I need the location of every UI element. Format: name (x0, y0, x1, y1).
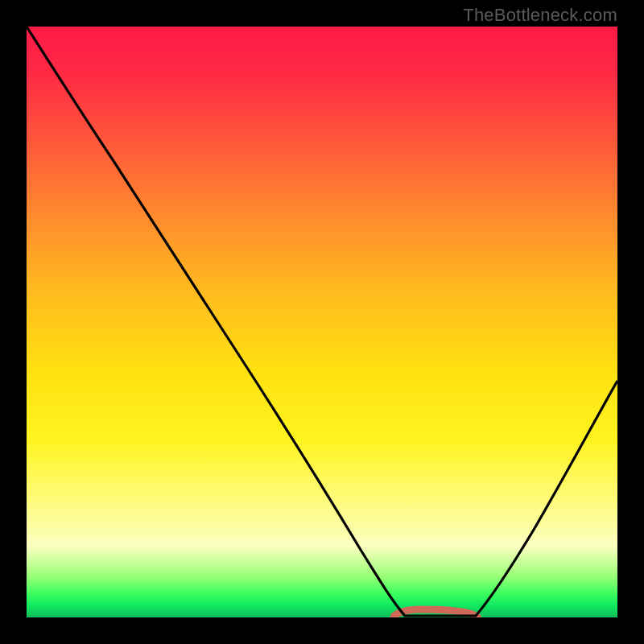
watermark-text: TheBottleneck.com (463, 5, 617, 26)
plot-area (27, 27, 617, 617)
bottleneck-curve (27, 27, 617, 616)
chart-stage: TheBottleneck.com (0, 0, 644, 644)
curve-layer (27, 27, 617, 617)
